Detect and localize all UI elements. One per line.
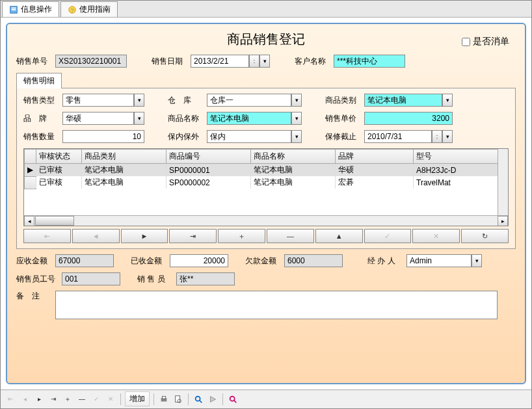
grid-hscroll[interactable]: ◂ ▸: [24, 215, 508, 226]
svg-point-9: [196, 396, 200, 401]
col-category[interactable]: 商品类别: [82, 150, 166, 164]
nav-edit[interactable]: ▲: [315, 229, 363, 243]
nav-delete[interactable]: ―: [267, 229, 314, 243]
nav-first[interactable]: ⇤: [23, 229, 71, 243]
bb-x[interactable]: ✕: [105, 393, 116, 405]
cell-name: 笔记本电脑: [251, 164, 336, 177]
bb-play-icon[interactable]: [207, 393, 219, 405]
detail-box: 销售类型 ▾ 仓 库 ▾ 商品类别 ▾ 品 牌 ▾ 商品名称 ▾ 销售单价: [16, 88, 516, 249]
tab-info-ops-label: 信息操作: [21, 4, 52, 15]
cell-name: 笔记本电脑: [251, 176, 336, 189]
warranty-io-dropdown[interactable]: ▾: [291, 130, 302, 143]
warehouse-field[interactable]: [207, 94, 291, 107]
row-indicator-header: [25, 150, 36, 164]
date-field[interactable]: [191, 55, 249, 68]
tab-info-ops[interactable]: 信息操作: [2, 1, 59, 17]
main-panel: 商品销售登记 是否消单 销售单号 销售日期 : ▾ 客户名称 销售明细: [6, 23, 526, 384]
bb-minus[interactable]: ―: [76, 393, 88, 405]
help-icon: ?: [68, 5, 77, 14]
warehouse-dropdown[interactable]: ▾: [291, 94, 302, 107]
bb-check[interactable]: ✓: [90, 393, 102, 405]
remark-field[interactable]: [55, 291, 498, 319]
seller-label: 销 售 员: [137, 274, 174, 285]
brand-field[interactable]: [62, 112, 134, 125]
category-dropdown[interactable]: ▾: [442, 94, 453, 107]
operator-dropdown[interactable]: ▾: [472, 254, 482, 267]
product-name-field[interactable]: [207, 112, 291, 125]
bb-last[interactable]: ⇥: [47, 393, 59, 405]
svg-line-10: [200, 400, 202, 402]
bb-prev[interactable]: ◂: [19, 393, 31, 405]
bb-plus[interactable]: ＋: [62, 393, 73, 405]
bb-zoom-icon[interactable]: [227, 393, 239, 405]
tab-guide[interactable]: ? 使用指南: [60, 1, 118, 17]
sale-type-dropdown[interactable]: ▾: [134, 94, 144, 107]
order-no-label: 销售单号: [16, 56, 53, 67]
customer-field[interactable]: [334, 55, 405, 68]
cell-code: SP0000001: [166, 164, 251, 177]
date-dropdown[interactable]: ▾: [259, 55, 270, 68]
seller-field: [176, 272, 235, 285]
svg-rect-1: [12, 7, 16, 8]
product-name-dropdown[interactable]: ▾: [291, 112, 302, 125]
cell-model: TravelMat: [414, 176, 508, 189]
category-label: 商品类别: [325, 95, 362, 106]
cancel-order-checkbox[interactable]: 是否消单: [462, 36, 509, 47]
nav-cancel[interactable]: ✕: [412, 229, 460, 243]
brand-dropdown[interactable]: ▾: [134, 112, 144, 125]
record-nav-bar: ⇤ ◄ ► ⇥ ＋ ― ▲ ✓ ✕ ↻: [23, 229, 509, 243]
bb-next[interactable]: ▸: [33, 393, 45, 405]
cancel-order-label: 是否消单: [473, 36, 509, 46]
received-field[interactable]: [170, 254, 228, 267]
qty-field[interactable]: [62, 130, 144, 143]
nav-next[interactable]: ►: [121, 229, 168, 243]
warranty-end-spin[interactable]: :: [432, 130, 442, 143]
received-label: 已收金额: [131, 256, 167, 267]
grid-header-row: 审核状态 商品类别 商品编号 商品名称 品牌 型号: [25, 150, 508, 164]
nav-post[interactable]: ✓: [364, 229, 412, 243]
warranty-end-label: 保修截止: [325, 131, 362, 142]
bb-print-icon[interactable]: [158, 393, 170, 405]
svg-rect-2: [12, 9, 16, 10]
nav-refresh[interactable]: ↻: [461, 229, 509, 243]
col-brand[interactable]: 品牌: [336, 150, 414, 164]
col-model[interactable]: 型号: [414, 150, 508, 164]
bb-add-button[interactable]: 增加: [125, 391, 150, 406]
nav-prev[interactable]: ◄: [72, 229, 120, 243]
table-row[interactable]: 已审核笔记本电脑SP0000002笔记本电脑宏碁TravelMat: [25, 176, 508, 189]
owed-label: 欠款金额: [245, 256, 282, 267]
sale-type-label: 销售类型: [23, 95, 60, 106]
cell-category: 笔记本电脑: [82, 164, 166, 177]
warranty-end-field[interactable]: [364, 130, 432, 143]
warranty-io-label: 保内保外: [168, 131, 204, 142]
cell-model: A8H23Jc-D: [414, 164, 508, 177]
bb-preview-icon[interactable]: [172, 393, 184, 405]
hscroll-thumb[interactable]: [35, 216, 74, 226]
col-name[interactable]: 商品名称: [251, 150, 336, 164]
category-field[interactable]: [364, 94, 442, 107]
cell-brand: 华硕: [336, 164, 414, 177]
date-label: 销售日期: [152, 56, 188, 67]
bb-search-icon[interactable]: [193, 393, 204, 405]
order-no-field: [55, 55, 127, 68]
hscroll-left[interactable]: ◂: [24, 216, 34, 226]
table-row[interactable]: ▶已审核笔记本电脑SP0000001笔记本电脑华硕A8H23Jc-D: [25, 164, 508, 177]
detail-tab[interactable]: 销售明细: [16, 73, 62, 88]
warranty-end-dropdown[interactable]: ▾: [442, 130, 453, 143]
svg-text:?: ?: [71, 7, 74, 13]
unit-price-field[interactable]: [364, 112, 453, 125]
row-indicator: [25, 176, 36, 189]
col-status[interactable]: 审核状态: [36, 150, 82, 164]
nav-add[interactable]: ＋: [218, 229, 265, 243]
grid-vscroll[interactable]: [498, 149, 508, 215]
warranty-io-field[interactable]: [207, 130, 291, 143]
operator-field[interactable]: [406, 254, 472, 267]
bb-first[interactable]: ⇤: [5, 393, 16, 405]
hscroll-right[interactable]: ▸: [498, 216, 508, 226]
nav-last[interactable]: ⇥: [169, 229, 217, 243]
col-code[interactable]: 商品编号: [166, 150, 251, 164]
date-spin[interactable]: :: [249, 55, 259, 68]
cancel-order-input[interactable]: [462, 38, 470, 46]
sale-type-field[interactable]: [62, 94, 134, 107]
row-indicator: ▶: [25, 164, 36, 177]
